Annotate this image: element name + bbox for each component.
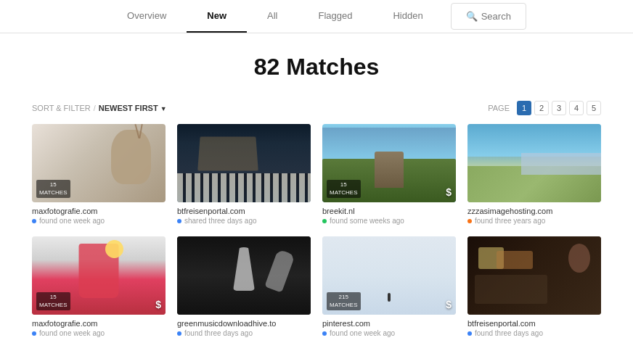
tab-new[interactable]: New	[187, 0, 247, 33]
search-label: Search	[481, 11, 511, 22]
page-title: 82 Matches	[0, 54, 633, 80]
card-timestamp: found three days ago	[184, 329, 253, 337]
sort-value: NEWEST FIRST	[99, 104, 158, 112]
card-meta: found one week ago	[32, 217, 166, 225]
navigation-tabs: Overview New All Flagged Hidden 🔍 Search	[0, 0, 633, 33]
card-domain: greenmusicdownloadhive.to	[177, 319, 311, 328]
card-timestamp: shared three days ago	[184, 217, 257, 225]
price-indicator: $	[446, 299, 452, 310]
page-2-button[interactable]: 2	[534, 101, 549, 115]
card-timestamp: found three years ago	[475, 217, 545, 225]
list-item: btfreisenportal.com shared three days ag…	[177, 124, 311, 225]
list-item: 215MATCHES $ pinterest.com found one wee…	[322, 236, 456, 337]
price-indicator: $	[155, 299, 161, 310]
page-5-button[interactable]: 5	[587, 101, 601, 115]
page-label: PAGE	[488, 104, 510, 112]
filter-separator: /	[94, 104, 96, 112]
page-header: 82 Matches	[0, 33, 633, 95]
image-thumbnail[interactable]	[467, 124, 601, 202]
list-item: 15MATCHES $ breekit.nl found some weeks …	[322, 124, 456, 225]
status-dot	[322, 331, 327, 336]
image-thumbnail[interactable]	[177, 236, 311, 315]
status-dot	[322, 219, 327, 223]
card-meta: found three days ago	[177, 329, 311, 337]
filter-left: SORT & FILTER / NEWEST FIRST ▼	[32, 104, 167, 112]
list-item: 15MATCHES $ maxfotografie.com found one …	[32, 236, 166, 337]
match-badge: 215MATCHES	[327, 292, 361, 310]
card-meta: found three years ago	[467, 217, 601, 225]
page-3-button[interactable]: 3	[552, 101, 566, 115]
page-1-button[interactable]: 1	[517, 101, 531, 115]
image-thumbnail[interactable]	[467, 236, 601, 315]
card-meta: found some weeks ago	[322, 217, 456, 225]
match-badge: 15MATCHES	[36, 180, 70, 198]
image-thumbnail[interactable]: 15MATCHES $	[322, 124, 456, 202]
card-domain: maxfotografie.com	[32, 319, 166, 328]
match-badge: 15MATCHES	[327, 180, 361, 198]
filter-label: SORT & FILTER	[32, 104, 91, 112]
card-timestamp: found one week ago	[39, 217, 105, 225]
list-item: greenmusicdownloadhive.to found three da…	[177, 236, 311, 337]
card-domain: maxfotografie.com	[32, 207, 166, 215]
status-dot	[32, 219, 36, 223]
list-item: 15MATCHES maxfotografie.com found one we…	[32, 124, 166, 225]
sort-selector[interactable]: NEWEST FIRST ▼	[99, 104, 167, 112]
status-dot	[467, 331, 472, 336]
image-grid: 15MATCHES maxfotografie.com found one we…	[0, 124, 633, 352]
match-badge: 15MATCHES	[36, 292, 70, 310]
card-meta: found three days ago	[467, 329, 601, 337]
image-thumbnail[interactable]	[177, 124, 311, 202]
pagination: PAGE 1 2 3 4 5	[488, 101, 601, 115]
card-timestamp: found one week ago	[330, 329, 395, 337]
chevron-down-icon: ▼	[160, 105, 167, 112]
card-domain: zzzasimagehosting.com	[467, 207, 601, 215]
card-domain: pinterest.com	[322, 319, 456, 328]
status-dot	[467, 219, 472, 223]
filter-bar: SORT & FILTER / NEWEST FIRST ▼ PAGE 1 2 …	[0, 95, 633, 124]
price-indicator: $	[446, 186, 452, 198]
card-meta: found one week ago	[322, 329, 456, 337]
card-meta: found one week ago	[32, 329, 166, 337]
card-domain: breekit.nl	[322, 207, 456, 215]
tab-overview[interactable]: Overview	[107, 0, 187, 33]
tab-flagged[interactable]: Flagged	[298, 0, 372, 33]
card-timestamp: found some weeks ago	[330, 217, 404, 225]
image-thumbnail[interactable]: 15MATCHES	[32, 124, 166, 202]
status-dot	[177, 331, 181, 336]
list-item: zzzasimagehosting.com found three years …	[467, 124, 601, 225]
card-domain: btfreisenportal.com	[177, 207, 311, 215]
search-icon: 🔍	[466, 11, 478, 22]
card-domain: btfreisenportal.com	[467, 319, 601, 328]
page-4-button[interactable]: 4	[569, 101, 584, 115]
list-item: btfreisenportal.com found three days ago	[467, 236, 601, 337]
image-thumbnail[interactable]: 215MATCHES $	[322, 236, 456, 315]
card-meta: shared three days ago	[177, 217, 311, 225]
status-dot	[32, 331, 36, 336]
image-thumbnail[interactable]: 15MATCHES $	[32, 236, 166, 315]
status-dot	[177, 219, 181, 223]
card-timestamp: found three days ago	[475, 329, 543, 337]
tab-hidden[interactable]: Hidden	[372, 0, 443, 33]
tab-all[interactable]: All	[247, 0, 298, 33]
card-timestamp: found one week ago	[39, 329, 105, 337]
search-button[interactable]: 🔍 Search	[451, 3, 526, 30]
